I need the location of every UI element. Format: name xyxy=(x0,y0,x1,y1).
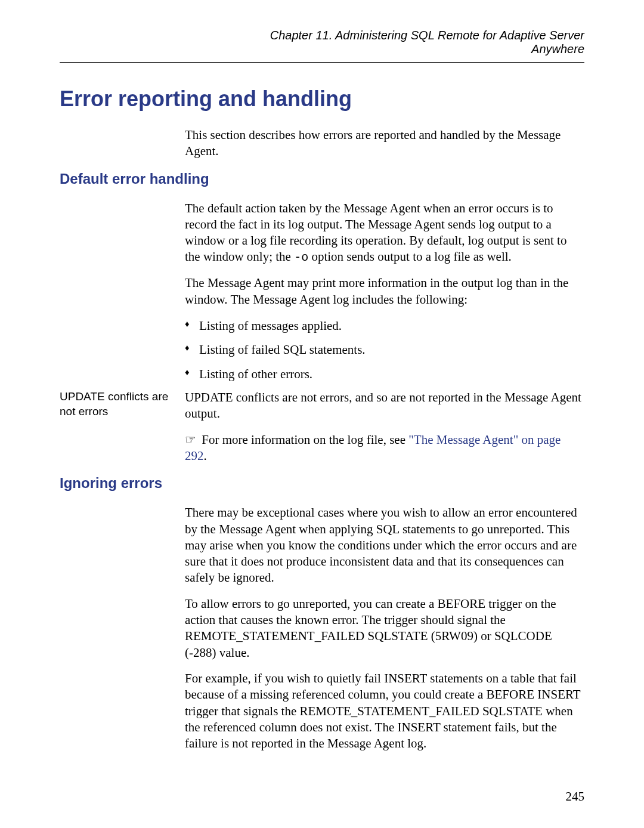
section-heading-default-error-handling: Default error handling xyxy=(60,171,584,187)
section1-para1: The default action taken by the Message … xyxy=(185,200,584,266)
section2-para2: To allow errors to go unreported, you ca… xyxy=(185,596,584,661)
xref-lead: For more information on the log file, se… xyxy=(202,432,408,447)
option-code: -o xyxy=(294,251,308,264)
header-line-1: Chapter 11. Administering SQL Remote for… xyxy=(270,29,584,42)
section2-para1: There may be exceptional cases where you… xyxy=(185,505,584,586)
section1-bullet-list: Listing of messages applied. Listing of … xyxy=(185,317,584,382)
section1-para2: The Message Agent may print more informa… xyxy=(185,275,584,308)
xref-tail: . xyxy=(204,449,207,463)
sidenote-label: UPDATE conflicts are not errors xyxy=(60,390,185,419)
cross-reference: ☞ For more information on the log file, … xyxy=(185,432,584,465)
list-item: Listing of other errors. xyxy=(185,366,584,382)
page-title: Error reporting and handling xyxy=(60,86,584,112)
section-heading-ignoring-errors: Ignoring errors xyxy=(60,475,584,492)
section2-para3: For example, if you wish to quietly fail… xyxy=(185,671,584,752)
section1-para1-b: option sends output to a log file as wel… xyxy=(308,249,512,264)
list-item: Listing of failed SQL statements. xyxy=(185,341,584,358)
page-content: Error reporting and handling This sectio… xyxy=(60,86,584,752)
sidenote-row: UPDATE conflicts are not errors UPDATE c… xyxy=(60,390,584,422)
pointer-icon: ☞ xyxy=(185,432,199,447)
intro-paragraph: This section describes how errors are re… xyxy=(185,127,584,160)
page-number: 245 xyxy=(566,789,585,804)
header-line-2: Anywhere xyxy=(531,42,584,55)
list-item: Listing of messages applied. xyxy=(185,317,584,334)
running-header: Chapter 11. Administering SQL Remote for… xyxy=(60,29,584,56)
sidenote-body: UPDATE conflicts are not errors, and so … xyxy=(185,390,584,422)
header-rule xyxy=(60,62,584,63)
